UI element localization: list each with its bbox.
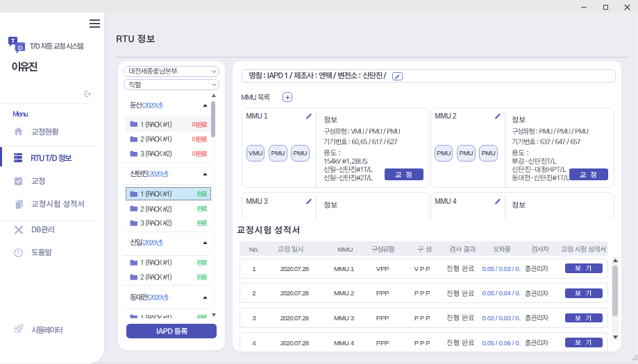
svg-text:D: D xyxy=(18,44,23,51)
svg-text:T: T xyxy=(11,37,15,44)
svg-text:?: ? xyxy=(17,250,20,256)
